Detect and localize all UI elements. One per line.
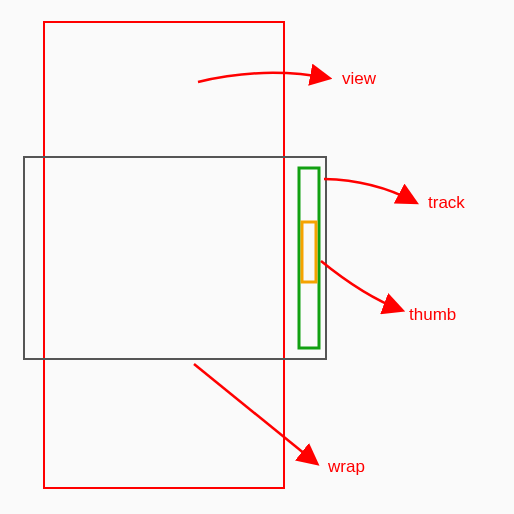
track-arrow	[324, 179, 415, 202]
wrap-arrow	[194, 364, 316, 463]
thumb-label: thumb	[409, 305, 456, 324]
thumb-box	[302, 222, 316, 282]
view-box	[44, 22, 284, 488]
thumb-arrow	[321, 261, 401, 310]
wrap-label: wrap	[327, 457, 365, 476]
wrap-box	[24, 157, 326, 359]
track-label: track	[428, 193, 465, 212]
view-arrow	[198, 73, 328, 82]
view-label: view	[342, 69, 377, 88]
